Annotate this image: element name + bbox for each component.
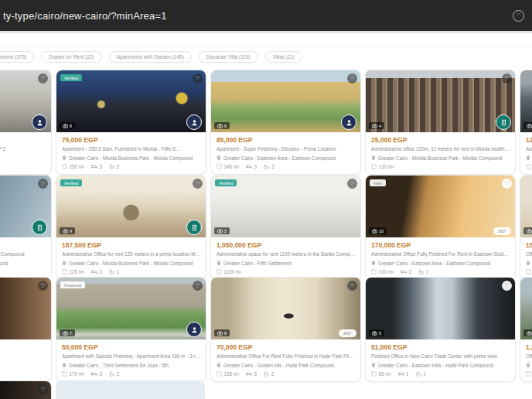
agent-avatar[interactable] <box>186 322 202 337</box>
listing-body: 150,000 EGP Office space for rent fully … <box>520 237 532 279</box>
listing-card[interactable]: ♡ 4 1,200,000 EGP Office space for rent … <box>520 277 532 382</box>
listing-card[interactable]: ♡ 4 45,000 EGP Apartment for rent in the… <box>0 277 52 382</box>
filter-chip[interactable]: Apartments (375) <box>0 51 34 63</box>
listing-card[interactable]: ♡ 3 120,000 EGP Administrative building … <box>520 70 532 175</box>
header-divider <box>0 46 532 46</box>
listing-title: Apartment for rent in the Fifth Settleme… <box>0 353 46 359</box>
heart-icon[interactable]: ♡ <box>38 384 48 394</box>
bathrooms-value: 1 <box>426 269 429 275</box>
area-stat: 170 m² <box>62 371 84 377</box>
listing-photo[interactable]: Featured ♡ 7 <box>56 278 206 339</box>
listing-card[interactable]: ♡ 6 85,000 EGP Apartment - Super Finishi… <box>210 70 361 175</box>
listing-photo[interactable]: ♡ 3 <box>520 70 532 132</box>
promo-placeholder-card[interactable] <box>56 380 205 399</box>
listing-card[interactable]: Verified ♡ 5 1,050,000 EGP Administrativ… <box>210 175 361 280</box>
listing-location-text: Greater Cairo - Mivida Business Park - M… <box>69 261 193 266</box>
listing-card[interactable]: Verified ♡ 8 75,000 EGP Apartment - 250.… <box>56 70 206 175</box>
pin-icon <box>217 363 221 368</box>
bathrooms-value: 2 <box>271 371 275 377</box>
listing-photo[interactable]: ♡ 5 <box>0 70 51 132</box>
listing-photo[interactable]: Verified ♡ 9 <box>56 176 206 237</box>
camera-icon <box>527 229 532 234</box>
listing-photo[interactable]: ♡ 6 <box>211 70 360 132</box>
listing-photo[interactable]: ♡ 6 <box>520 176 532 237</box>
listing-stats: 125 m² 3 1 <box>62 269 200 275</box>
bathrooms-value: 2 <box>117 164 120 169</box>
filter-chip[interactable]: Separate Villa (116) <box>199 51 258 63</box>
listing-card[interactable]: ♡ 6 150,000 EGP Office space for rent fu… <box>520 175 532 280</box>
building-icon <box>191 224 198 231</box>
area-icon <box>217 269 222 275</box>
listing-photo[interactable]: ♡ 4 <box>0 278 51 339</box>
heart-icon[interactable]: ♡ <box>502 73 512 84</box>
camera-icon <box>217 124 223 128</box>
bed-icon <box>91 371 97 377</box>
virtual-tour-badge[interactable]: 360° <box>493 227 511 235</box>
listing-card[interactable]: ♡ 8 360° 70,000 EGP Administrative Offic… <box>210 277 361 382</box>
listing-badge: Featured <box>60 281 85 288</box>
pin-icon <box>217 155 221 161</box>
listing-price: 85,000 EGP <box>217 136 355 144</box>
heart-icon[interactable]: ♡ <box>502 281 512 291</box>
listing-photo[interactable]: ♡ 4 <box>520 278 532 339</box>
globe-icon[interactable]: ◠ <box>513 10 524 22</box>
listing-photo[interactable]: Verified ♡ 8 <box>56 70 206 132</box>
virtual-tour-badge[interactable]: 360° <box>339 329 356 337</box>
listing-badge: Verified <box>60 74 82 81</box>
listing-card[interactable]: ♡ 5 51,000 EGP Finished Office in New Ca… <box>365 277 516 382</box>
listing-card[interactable]: New ♡ 10 360° 170,000 EGP Administrative… <box>365 175 516 280</box>
heart-icon[interactable]: ♡ <box>347 179 357 189</box>
agent-avatar[interactable] <box>32 114 47 130</box>
listing-photo[interactable]: ♡ 5 <box>366 278 515 339</box>
agent-avatar[interactable] <box>186 220 202 235</box>
agent-avatar[interactable] <box>32 220 47 235</box>
listing-body: 70,000 EGP Apartment for rent in Katamey… <box>0 132 51 174</box>
listing-card[interactable]: Verified ♡ 9 187,500 EGP Administrative … <box>56 175 206 280</box>
heart-icon[interactable]: ♡ <box>193 179 203 189</box>
photo-count: 8 <box>224 331 227 336</box>
listing-stats: 180 m² <box>0 269 46 275</box>
area-stat: 65 m² <box>371 371 391 377</box>
listing-photo[interactable]: ♡ 4 <box>366 70 515 132</box>
listing-photo[interactable]: ♡ 3 <box>0 381 51 399</box>
heart-icon[interactable]: ♡ <box>193 281 203 291</box>
heart-icon[interactable]: ♡ <box>38 281 48 291</box>
photo-count-pill: 4 <box>523 329 532 336</box>
listing-photo[interactable]: ♡ 7 <box>0 176 51 237</box>
listing-photo[interactable]: New ♡ 10 360° <box>366 176 515 237</box>
listing-card[interactable]: ♡ 3 60,000 EGP Apartment for rent Greate… <box>0 380 52 399</box>
filter-chip[interactable]: Duplex for Rent (22) <box>41 51 102 63</box>
listing-location-text: Greater Cairo - New Cairo - Net Compound <box>0 261 8 266</box>
listing-card[interactable]: ♡ 7 95,000 EGP Office for rent in Cairo … <box>0 175 52 280</box>
heart-icon[interactable]: ♡ <box>347 73 357 84</box>
agent-avatar[interactable] <box>341 114 356 130</box>
filter-chip[interactable]: Villas (11) <box>265 51 302 63</box>
area-stat: 145 m² <box>217 164 239 169</box>
listing-location-text: Greater Cairo - Third Settlement De Joya… <box>69 363 169 368</box>
listing-card[interactable]: ♡ 4 25,000 EGP Administrative office 120… <box>365 70 516 175</box>
photo-count-pill: 9 <box>60 227 75 234</box>
listing-location: Greater Cairo - Mivida Business Park - M… <box>62 261 200 266</box>
agent-avatar[interactable] <box>496 114 511 130</box>
browser-address-bar[interactable]: ty-type/cairo/new-cairo/?minArea=1 ◠ <box>0 0 532 31</box>
heart-icon[interactable]: ♡ <box>347 281 357 291</box>
pin-icon <box>371 261 376 266</box>
heart-icon[interactable]: ♡ <box>193 73 203 84</box>
listing-photo[interactable]: ♡ 8 360° <box>211 278 360 339</box>
listing-card[interactable]: Featured ♡ 7 50,000 EGP Apartment with S… <box>56 277 206 382</box>
listing-location-text: Greater Cairo - Mivida Business Park - M… <box>69 155 193 161</box>
listing-card[interactable]: ♡ 5 70,000 EGP Apartment for rent in Kat… <box>0 70 52 175</box>
filter-chip[interactable]: Apartments with Garden (145) <box>109 51 192 63</box>
heart-icon[interactable]: ♡ <box>38 179 48 189</box>
heart-icon[interactable]: ♡ <box>502 179 512 189</box>
address-bar-url[interactable]: ty-type/cairo/new-cairo/?minArea=1 <box>3 10 167 22</box>
area-stat: 125 m² <box>62 269 84 275</box>
agent-avatar[interactable] <box>186 114 202 130</box>
bathrooms-stat: 2 <box>109 164 119 169</box>
photo-count-pill: 6 <box>214 122 230 129</box>
area-stat: 300 m² <box>526 164 532 169</box>
listing-photo[interactable]: Verified ♡ 5 <box>211 176 360 237</box>
bed-icon <box>401 269 407 275</box>
listing-price: 95,000 EGP <box>0 241 46 249</box>
heart-icon[interactable]: ♡ <box>38 73 48 84</box>
